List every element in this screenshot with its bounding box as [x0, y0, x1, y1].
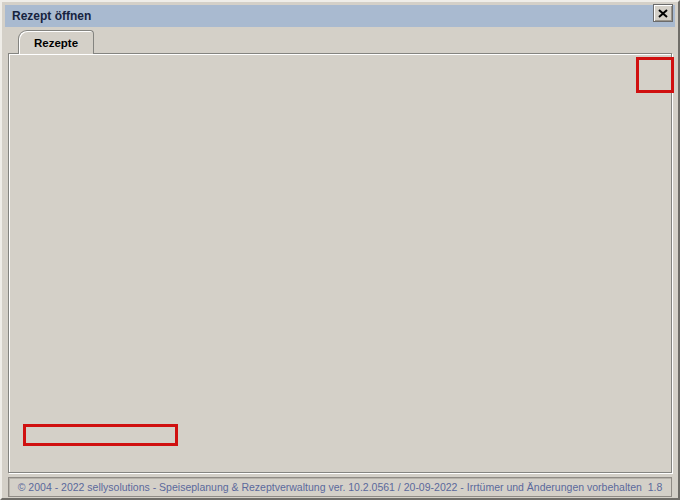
status-bar-text: © 2004 - 2022 sellysolutions - Speisepla…	[18, 481, 663, 493]
annotation-box-results-count	[23, 424, 178, 446]
close-icon	[658, 9, 668, 18]
close-button[interactable]	[653, 4, 673, 22]
annotation-box-group-link	[636, 57, 674, 93]
title-bar: Rezept öffnen	[5, 5, 675, 27]
tab-panel	[8, 53, 672, 473]
rezept-oeffnen-dialog: Rezept öffnen Rezepte Suche: Gruppe: >>>…	[0, 0, 680, 500]
status-bar: © 2004 - 2022 sellysolutions - Speisepla…	[8, 477, 672, 497]
tab-label: Rezepte	[34, 37, 78, 49]
tab-rezepte[interactable]: Rezepte	[18, 30, 94, 54]
window-title: Rezept öffnen	[12, 9, 91, 23]
